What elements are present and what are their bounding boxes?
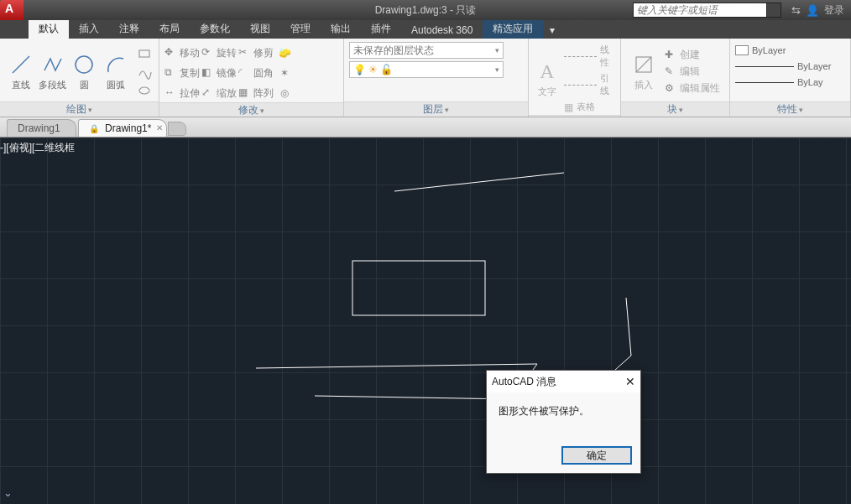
new-tab-button[interactable] bbox=[168, 122, 186, 136]
group-label-draw: 绘图 bbox=[66, 103, 86, 115]
ucs-icon[interactable]: ⌄ bbox=[3, 486, 13, 499]
search-input[interactable] bbox=[633, 3, 767, 18]
app-menu-icon[interactable] bbox=[0, 0, 23, 20]
svg-line-5 bbox=[636, 57, 651, 72]
quick-access-toolbar[interactable] bbox=[29, 0, 112, 20]
ribbon-group-props: ByLayer ByLayer ByLay 特性▾ bbox=[730, 39, 851, 117]
scale-icon[interactable]: ⤢ bbox=[201, 86, 215, 100]
svg-line-8 bbox=[626, 298, 631, 356]
svg-rect-2 bbox=[139, 50, 149, 57]
copy-icon[interactable]: ⧉ bbox=[164, 66, 178, 80]
color-dropdown[interactable]: ByLayer bbox=[735, 45, 786, 55]
ribbon-group-layer: 未保存的图层状态▾ 💡 ☀ 🔓 ▾ 图层▾ bbox=[344, 39, 529, 117]
linetype-dropdown[interactable]: ByLay bbox=[735, 77, 823, 87]
doc-tab[interactable]: Drawing1 bbox=[7, 119, 76, 137]
edit-attr-icon[interactable]: ⚙ bbox=[665, 82, 678, 96]
tool-ellipse-icon[interactable] bbox=[136, 82, 153, 99]
ribbon-tab-parametric[interactable]: 参数化 bbox=[190, 19, 240, 39]
dialog-close-icon[interactable]: ✕ bbox=[625, 375, 635, 388]
move-icon[interactable]: ✥ bbox=[164, 46, 178, 60]
ribbon-tab-annotate[interactable]: 注释 bbox=[109, 19, 149, 39]
ribbon-tab-output[interactable]: 输出 bbox=[321, 19, 361, 39]
svg-line-0 bbox=[13, 56, 29, 73]
drawing-canvas[interactable]: -][俯视][二维线框 ⌄ AutoCAD 消息 ✕ 图形文件被写保护。 确定 bbox=[0, 138, 851, 504]
dialog-title: AutoCAD 消息 bbox=[492, 375, 556, 389]
message-dialog: AutoCAD 消息 ✕ 图形文件被写保护。 确定 bbox=[486, 370, 641, 474]
ribbon-group-draw: 直线 多段线 圆 圆弧 绘图▾ bbox=[0, 39, 159, 117]
explode-icon[interactable]: ✶ bbox=[276, 65, 293, 81]
lineweight-dropdown[interactable]: ByLayer bbox=[735, 61, 831, 71]
erase-icon[interactable]: 🧽 bbox=[276, 44, 293, 61]
ribbon-tab-plugins[interactable]: 插件 bbox=[361, 19, 401, 39]
rotate-icon[interactable]: ⟳ bbox=[201, 46, 215, 60]
lock-open-icon: 🔓 bbox=[380, 64, 393, 75]
group-label-block: 块 bbox=[667, 103, 677, 115]
search-box bbox=[633, 3, 781, 18]
tool-rectangle-icon[interactable] bbox=[136, 45, 153, 62]
svg-rect-7 bbox=[352, 261, 485, 315]
tool-insert-block[interactable]: 插入 bbox=[626, 52, 661, 91]
ribbon-tab-default[interactable]: 默认 bbox=[29, 19, 69, 39]
tool-line[interactable]: 直线 bbox=[5, 52, 37, 91]
window-title: Drawing1.dwg:3 - 只读 bbox=[375, 3, 477, 18]
tool-polyline[interactable]: 多段线 bbox=[37, 52, 69, 91]
search-button[interactable] bbox=[766, 3, 781, 18]
login-link[interactable]: 登录 bbox=[824, 3, 844, 18]
tool-text[interactable]: A 文字 bbox=[534, 59, 561, 98]
group-label-modify: 修改 bbox=[238, 104, 258, 116]
ribbon-tab-insert[interactable]: 插入 bbox=[69, 19, 109, 39]
ok-button[interactable]: 确定 bbox=[561, 446, 632, 465]
fillet-icon[interactable]: ◜ bbox=[238, 66, 252, 80]
trim-icon[interactable]: ✂ bbox=[238, 46, 252, 60]
tool-circle[interactable]: 圆 bbox=[69, 52, 101, 91]
ribbon-tab-a360[interactable]: Autodesk 360 bbox=[401, 22, 483, 39]
stretch-icon[interactable]: ↔ bbox=[164, 86, 178, 100]
layer-state-dropdown[interactable]: 未保存的图层状态▾ bbox=[349, 42, 504, 59]
group-label-layer: 图层 bbox=[423, 103, 443, 115]
ribbon-tab-featured[interactable]: 精选应用 bbox=[483, 19, 543, 39]
sun-icon: ☀ bbox=[368, 64, 378, 75]
table-icon: ▦ bbox=[564, 101, 573, 113]
title-bar: Drawing1.dwg:3 - 只读 ⇆ 👤 登录 bbox=[0, 0, 851, 20]
group-label-props: 特性 bbox=[777, 103, 797, 115]
doc-tab-active[interactable]: 🔒 Drawing1* ✕ bbox=[78, 119, 168, 137]
svg-point-1 bbox=[76, 56, 92, 73]
lock-icon: 🔒 bbox=[89, 124, 99, 133]
array-icon[interactable]: ▦ bbox=[238, 86, 252, 100]
offset-icon[interactable]: ◎ bbox=[276, 85, 293, 101]
edit-block-icon[interactable]: ✎ bbox=[665, 65, 678, 79]
ribbon: 直线 多段线 圆 圆弧 绘图▾ ✥移动 bbox=[0, 39, 851, 117]
ribbon-tab-view[interactable]: 视图 bbox=[240, 19, 280, 39]
svg-line-6 bbox=[394, 173, 564, 191]
create-block-icon[interactable]: ✚ bbox=[665, 49, 678, 62]
ribbon-tab-layout[interactable]: 布局 bbox=[149, 19, 190, 39]
ribbon-tab-manage[interactable]: 管理 bbox=[280, 19, 321, 39]
close-tab-icon[interactable]: ✕ bbox=[156, 123, 163, 132]
ribbon-expand-icon[interactable]: ▾ bbox=[543, 22, 561, 39]
mirror-icon[interactable]: ◧ bbox=[201, 66, 215, 80]
document-tabs: Drawing1 🔒 Drawing1* ✕ bbox=[0, 117, 851, 138]
dialog-message: 图形文件被写保护。 bbox=[499, 405, 589, 417]
ribbon-group-annotate: A 文字 线性 引线 ▦表格 注释▾ bbox=[529, 39, 621, 117]
tool-arc[interactable]: 圆弧 bbox=[100, 52, 132, 91]
bulb-icon: 💡 bbox=[353, 64, 366, 75]
layer-tool-icon[interactable] bbox=[349, 81, 368, 98]
ribbon-group-modify: ✥移动 ⟳旋转 ✂修剪 🧽 ⧉复制 ◧镜像 ◜圆角 ✶ ↔拉伸 ⤢缩放 ▦阵列 … bbox=[159, 39, 344, 117]
layer-dropdown[interactable]: 💡 ☀ 🔓 ▾ bbox=[349, 61, 504, 78]
drawing-geometry bbox=[0, 138, 851, 504]
svg-point-3 bbox=[139, 87, 149, 94]
ribbon-group-block: 插入 ✚创建 ✎编辑 ⚙编辑属性 块▾ bbox=[621, 39, 730, 117]
ribbon-tabs: 默认 插入 注释 布局 参数化 视图 管理 输出 插件 Autodesk 360… bbox=[0, 20, 851, 39]
user-icon[interactable]: 👤 bbox=[806, 4, 819, 17]
tool-spline-icon[interactable] bbox=[136, 64, 153, 81]
exchange-icon[interactable]: ⇆ bbox=[791, 4, 801, 17]
